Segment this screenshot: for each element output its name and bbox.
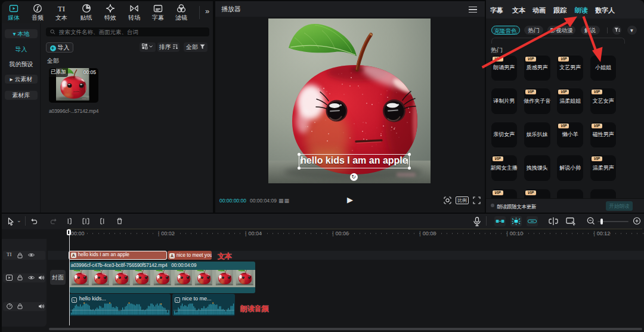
svg-text:TI: TI xyxy=(58,4,65,13)
